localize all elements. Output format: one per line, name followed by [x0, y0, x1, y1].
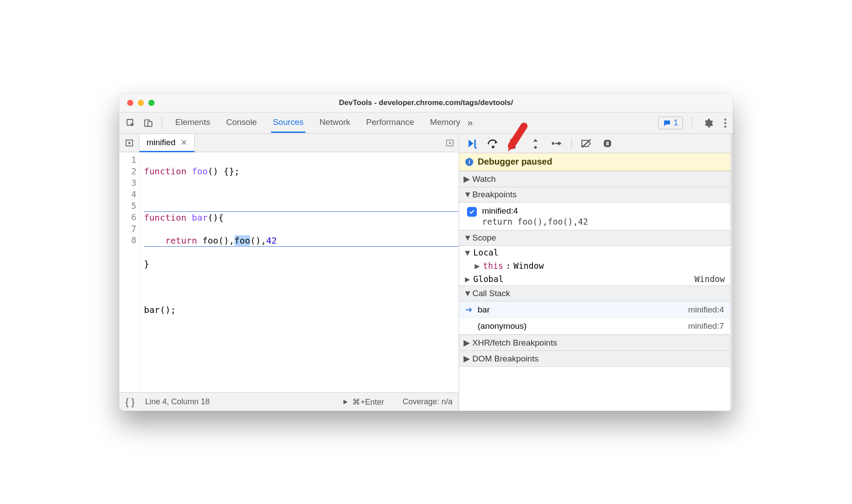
scope-body: ▼ Local ▶ this: Window ▶ Global Window — [459, 246, 730, 286]
close-window-button[interactable] — [127, 100, 133, 106]
tab-elements[interactable]: Elements — [173, 113, 212, 133]
divider — [571, 139, 572, 148]
callstack-frame[interactable]: (anonymous) minified:7 — [459, 318, 730, 335]
scope-local[interactable]: ▼ Local — [459, 246, 730, 259]
tab-console[interactable]: Console — [224, 113, 259, 133]
debugger-sidebar: i Debugger paused ▶ Watch ▼ Breakpoints … — [459, 134, 733, 411]
sources-panel: minified ✕ 1 2 3 4 5 6 7 8 fun — [119, 134, 459, 411]
tab-sources[interactable]: Sources — [271, 113, 305, 133]
chevron-right-icon: ▶ — [464, 274, 471, 284]
line-gutter: 1 2 3 4 5 6 7 8 — [119, 152, 140, 392]
svg-rect-14 — [606, 141, 607, 145]
window-title: DevTools - developer.chrome.com/tags/dev… — [119, 98, 733, 107]
chevron-right-icon: ▶ — [464, 338, 470, 348]
breakpoint-checkbox[interactable] — [467, 207, 477, 217]
pretty-print-icon[interactable]: { } — [125, 396, 135, 408]
file-tab-minified[interactable]: minified ✕ — [139, 134, 195, 152]
run-hint[interactable]: ⌘+Enter — [342, 397, 384, 407]
main-toolbar: Elements Console Sources Network Perform… — [119, 113, 733, 134]
editor-statusbar: { } Line 4, Column 18 ⌘+Enter Coverage: … — [119, 392, 459, 411]
tab-memory[interactable]: Memory — [428, 113, 462, 133]
scope-this[interactable]: ▶ this: Window — [459, 259, 730, 272]
svg-point-5 — [724, 125, 727, 128]
toolbar-right: 1 — [658, 117, 729, 129]
divider — [692, 117, 692, 129]
zoom-window-button[interactable] — [148, 100, 155, 106]
step-out-button[interactable] — [529, 137, 542, 150]
svg-point-3 — [724, 118, 727, 120]
line-number: 4 — [119, 188, 136, 200]
step-button[interactable] — [550, 137, 563, 150]
line-number: 5 — [119, 200, 136, 211]
deactivate-breakpoints-button[interactable] — [580, 137, 593, 150]
chevron-right-icon: ▶ — [464, 174, 470, 184]
chevron-right-icon: ▶ — [464, 354, 470, 364]
play-icon — [342, 399, 349, 406]
issues-count: 1 — [674, 118, 678, 128]
device-toolbar-icon[interactable] — [140, 115, 156, 131]
code-editor[interactable]: 1 2 3 4 5 6 7 8 function foo() {}; funct… — [119, 152, 459, 392]
svg-point-12 — [552, 142, 554, 145]
chevron-right-icon: ▶ — [474, 261, 480, 271]
message-icon — [663, 119, 671, 127]
dom-breakpoints-header[interactable]: ▶ DOM Breakpoints — [459, 351, 730, 367]
svg-point-9 — [492, 146, 494, 148]
debugger-controls — [459, 134, 730, 153]
resume-button[interactable] — [465, 137, 479, 150]
main-split: minified ✕ 1 2 3 4 5 6 7 8 fun — [119, 134, 733, 411]
watch-section-header[interactable]: ▶ Watch — [459, 171, 730, 187]
tab-performance[interactable]: Performance — [364, 113, 416, 133]
titlebar: DevTools - developer.chrome.com/tags/dev… — [119, 93, 733, 113]
breakpoints-list: minified:4 return foo(),foo(),42 — [459, 203, 730, 230]
settings-icon[interactable] — [701, 118, 716, 128]
chevron-down-icon: ▼ — [464, 233, 470, 243]
svg-rect-8 — [474, 139, 475, 147]
breakpoint-item[interactable]: minified:4 return foo(),foo(),42 — [459, 203, 730, 230]
current-frame-icon: ➔ — [465, 305, 473, 315]
panel-tabs: Elements Console Sources Network Perform… — [173, 113, 462, 133]
scope-global[interactable]: ▶ Global Window — [459, 272, 730, 286]
svg-point-11 — [534, 146, 537, 149]
debugger-paused-banner: i Debugger paused — [459, 153, 730, 171]
info-icon: i — [465, 158, 473, 166]
callstack-section-header[interactable]: ▼ Call Stack — [459, 286, 730, 301]
scope-section-header[interactable]: ▼ Scope — [459, 230, 730, 246]
line-number: 3 — [119, 177, 136, 188]
line-number: 2 — [119, 165, 136, 177]
callstack-body: ➔ bar minified:4 (anonymous) minified:7 — [459, 301, 730, 335]
cursor-position: Line 4, Column 18 — [145, 397, 210, 406]
breakpoints-section-header[interactable]: ▼ Breakpoints — [459, 187, 730, 203]
chevron-down-icon: ▼ — [464, 248, 471, 257]
xhr-breakpoints-header[interactable]: ▶ XHR/fetch Breakpoints — [459, 335, 730, 351]
show-navigator-icon[interactable] — [119, 134, 139, 152]
file-tab-label: minified — [147, 138, 175, 147]
more-tabs-button[interactable]: » — [464, 117, 476, 129]
svg-point-10 — [513, 146, 516, 149]
callstack-frame[interactable]: ➔ bar minified:4 — [459, 301, 730, 318]
close-tab-icon[interactable]: ✕ — [181, 138, 187, 147]
line-number: 6 — [119, 211, 136, 223]
svg-rect-2 — [148, 121, 152, 126]
kebab-menu-icon[interactable] — [721, 118, 729, 128]
coverage-status: Coverage: n/a — [403, 397, 452, 406]
svg-point-4 — [724, 122, 727, 124]
run-snippet-icon[interactable] — [445, 139, 454, 147]
devtools-window: DevTools - developer.chrome.com/tags/dev… — [119, 93, 733, 411]
tab-network[interactable]: Network — [318, 113, 352, 133]
minimize-window-button[interactable] — [138, 100, 144, 106]
window-controls — [119, 100, 155, 106]
svg-rect-15 — [607, 141, 608, 145]
line-number: 7 — [119, 223, 136, 234]
line-number: 8 — [119, 234, 136, 246]
divider — [162, 117, 162, 129]
code-content: function foo() {}; function bar(){ retur… — [140, 152, 459, 392]
issues-badge[interactable]: 1 — [658, 117, 683, 129]
chevron-down-icon: ▼ — [464, 190, 470, 199]
breakpoint-source: return foo(),foo(),42 — [482, 217, 588, 226]
line-number: 1 — [119, 154, 136, 165]
chevron-down-icon: ▼ — [464, 289, 470, 298]
step-over-button[interactable] — [486, 137, 500, 150]
step-into-button[interactable] — [508, 137, 521, 150]
inspect-element-icon[interactable] — [123, 115, 139, 131]
pause-on-exceptions-button[interactable] — [601, 137, 614, 150]
